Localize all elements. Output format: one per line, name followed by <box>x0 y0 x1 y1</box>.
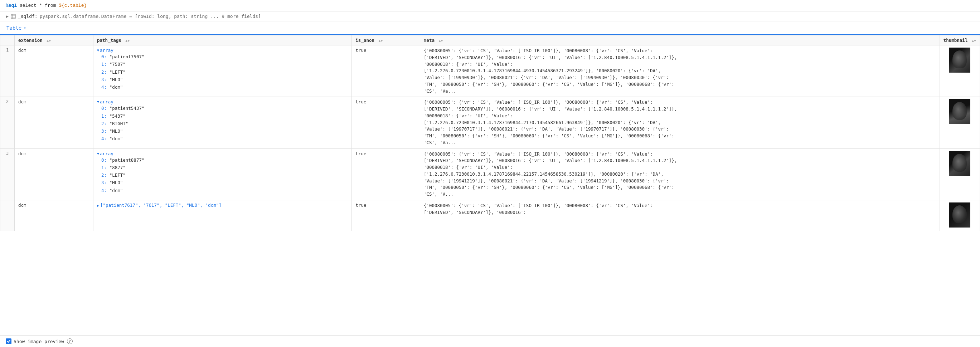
col-is-anon[interactable]: is_anon ▲▼ <box>352 35 420 46</box>
cell-thumbnail <box>940 46 980 97</box>
thumbnail-inner <box>953 102 967 120</box>
cell-path-tags: ▼array0: "patient7507"1: "7507"2: "LEFT"… <box>94 46 352 97</box>
top-bar: %sql select * from ${c.table} <box>0 0 980 11</box>
cell-thumbnail <box>940 97 980 149</box>
thumbnail-inner <box>953 205 967 223</box>
cell-extension: dcm <box>15 97 94 149</box>
code-line: %sql select * from ${c.table} <box>6 3 974 8</box>
col-thumbnail[interactable]: thumbnail ▲▼ <box>940 35 980 46</box>
array-label[interactable]: ▼array <box>97 48 348 53</box>
array-item: 3: "MLO" <box>101 179 348 186</box>
sort-meta: ▲▼ <box>439 39 443 43</box>
sort-extension: ▲▼ <box>46 39 51 43</box>
cell-thumbnail <box>940 149 980 200</box>
array-item: 2: "RIGHT" <box>101 120 348 127</box>
table-tab-bar: Table ▾ <box>0 21 980 35</box>
array-items: 0: "patient8877"1: "8877"2: "LEFT"3: "ML… <box>97 156 348 194</box>
thumbnail-image <box>949 48 970 73</box>
code-percent-sql: %sql <box>6 3 17 8</box>
array-expand-icon: ▶ <box>97 204 99 208</box>
cell-thumbnail <box>940 200 980 231</box>
cell-is-anon: true <box>352 46 420 97</box>
table-body: 1dcm▼array0: "patient7507"1: "7507"2: "L… <box>0 46 980 231</box>
meta-text: {'00080005': {'vr': 'CS', 'Value': ['ISO… <box>424 48 681 94</box>
cell-path-tags: ▼array0: "patient5437"1: "5437"2: "RIGHT… <box>94 97 352 149</box>
array-item: 1: "5437" <box>101 112 348 120</box>
array-item: 0: "patient5437" <box>101 105 348 112</box>
cell-meta: {'00080005': {'vr': 'CS', 'Value': ['ISO… <box>420 97 940 149</box>
thumbnail-inner <box>953 51 967 68</box>
cell-path-tags: ▼array0: "patient8877"1: "8877"2: "LEFT"… <box>94 149 352 200</box>
collapsed-array[interactable]: ▶["patient7617", "7617", "LEFT", "MLO", … <box>97 203 348 208</box>
table-head: extension ▲▼ path_tags ▲▼ is_anon ▲▼ met… <box>0 35 980 46</box>
meta-text: {'00080005': {'vr': 'CS', 'Value': ['ISO… <box>424 151 681 198</box>
array-collapse-icon: ▼ <box>97 100 99 104</box>
col-extension[interactable]: extension ▲▼ <box>15 35 94 46</box>
table-row: 3dcm▼array0: "patient8877"1: "8877"2: "L… <box>0 149 980 200</box>
table-row: dcm▶["patient7617", "7617", "LEFT", "MLO… <box>0 200 980 231</box>
header-row: extension ▲▼ path_tags ▲▼ is_anon ▲▼ met… <box>0 35 980 46</box>
cell-meta: {'00080005': {'vr': 'CS', 'Value': ['ISO… <box>420 149 940 200</box>
code-select: select * from <box>20 3 59 8</box>
file-icon-box <box>11 14 16 19</box>
cell-extension: dcm <box>15 200 94 231</box>
array-item: 3: "MLO" <box>101 76 348 83</box>
array-item: 3: "MLO" <box>101 127 348 135</box>
dataframe-icon <box>11 14 16 19</box>
cell-is-anon: true <box>352 149 420 200</box>
cell-extension: dcm <box>15 46 94 97</box>
cell-rownum <box>0 200 15 231</box>
cell-path-tags: ▶["patient7617", "7617", "LEFT", "MLO", … <box>94 200 352 231</box>
output-line: ▶ _sqldf: pyspark.sql.dataframe.DataFram… <box>0 11 980 21</box>
array-collapse-icon: ▼ <box>97 48 99 52</box>
cell-rownum: 2 <box>0 97 15 149</box>
cell-rownum: 3 <box>0 149 15 200</box>
array-item: 4: "dcm" <box>101 83 348 91</box>
array-item: 0: "patient8877" <box>101 156 348 164</box>
thumbnail-image <box>949 151 970 176</box>
col-meta[interactable]: meta ▲▼ <box>420 35 940 46</box>
array-items: 0: "patient5437"1: "5437"2: "RIGHT"3: "M… <box>97 105 348 143</box>
cell-rownum: 1 <box>0 46 15 97</box>
sort-thumbnail: ▲▼ <box>972 39 976 43</box>
sort-is-anon: ▲▼ <box>379 39 383 43</box>
svg-rect-0 <box>11 14 15 19</box>
meta-text: {'00080005': {'vr': 'CS', 'Value': ['ISO… <box>424 99 681 146</box>
table-row: 2dcm▼array0: "patient5437"1: "5437"2: "R… <box>0 97 980 149</box>
table-container: extension ▲▼ path_tags ▲▼ is_anon ▲▼ met… <box>0 35 980 246</box>
array-collapse-icon: ▼ <box>97 152 99 155</box>
table-tab[interactable]: Table <box>6 24 22 32</box>
cell-is-anon: true <box>352 97 420 149</box>
type-info: pyspark.sql.dataframe.DataFrame = [rowId… <box>40 14 261 19</box>
cell-extension: dcm <box>15 149 94 200</box>
table-tab-chevron[interactable]: ▾ <box>24 26 26 30</box>
array-label[interactable]: ▼array <box>97 151 348 156</box>
table-row: 1dcm▼array0: "patient7507"1: "7507"2: "L… <box>0 46 980 97</box>
array-item: 1: "8877" <box>101 164 348 171</box>
sort-path-tags: ▲▼ <box>125 39 130 43</box>
data-table: extension ▲▼ path_tags ▲▼ is_anon ▲▼ met… <box>0 35 980 231</box>
array-item: 2: "LEFT" <box>101 68 348 76</box>
array-item: 4: "dcm" <box>101 135 348 143</box>
code-template-var: ${c.table} <box>59 3 87 8</box>
col-path-tags[interactable]: path_tags ▲▼ <box>94 35 352 46</box>
array-item: 2: "LEFT" <box>101 171 348 179</box>
thumbnail-inner <box>953 154 967 172</box>
col-rownum <box>0 35 15 46</box>
array-item: 4: "dcm" <box>101 187 348 194</box>
expand-triangle[interactable]: ▶ <box>6 14 9 19</box>
cell-meta: {'00080005': {'vr': 'CS', 'Value': ['ISO… <box>420 46 940 97</box>
array-item: 1: "7507" <box>101 60 348 68</box>
meta-text: {'00080005': {'vr': 'CS', 'Value': ['ISO… <box>424 203 681 216</box>
cell-meta: {'00080005': {'vr': 'CS', 'Value': ['ISO… <box>420 200 940 231</box>
thumbnail-image <box>949 99 970 124</box>
array-item: 0: "patient7507" <box>101 53 348 60</box>
thumbnail-image <box>949 203 970 228</box>
array-items: 0: "patient7507"1: "7507"2: "LEFT"3: "ML… <box>97 53 348 91</box>
array-label[interactable]: ▼array <box>97 99 348 105</box>
var-name: _sqldf: <box>18 14 38 19</box>
cell-is-anon: true <box>352 200 420 231</box>
